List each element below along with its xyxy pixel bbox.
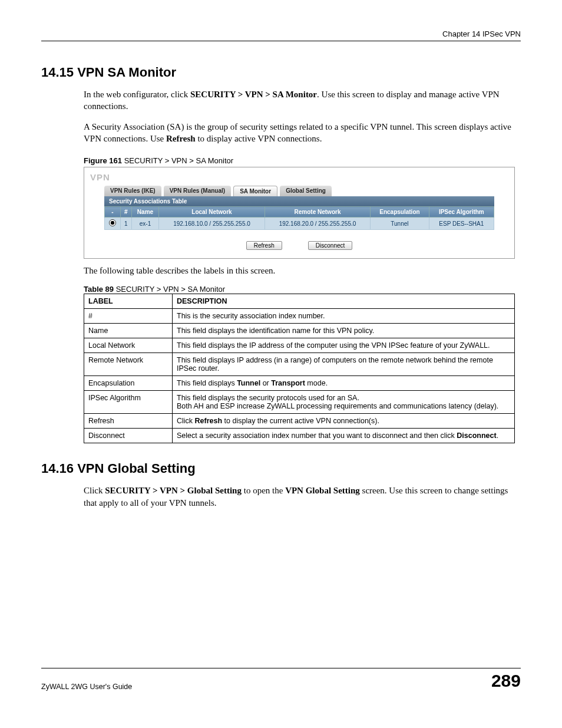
- cell-encap: Tunnel: [371, 218, 429, 230]
- breadcrumb-text: SECURITY > VPN > Global Setting: [105, 486, 242, 495]
- tab-vpn-rules-manual[interactable]: VPN Rules (Manual): [164, 186, 231, 196]
- cell-label: Refresh: [84, 414, 173, 429]
- section-heading-sa-monitor: 14.15 VPN SA Monitor: [41, 65, 521, 80]
- tab-row: VPN Rules (IKE) VPN Rules (Manual) SA Mo…: [104, 186, 511, 196]
- radio-icon: [109, 219, 116, 226]
- col-ipsec-algorithm: IPSec Algorithm: [429, 207, 494, 218]
- col-name: Name: [131, 207, 159, 218]
- cell-local: 192.168.10.0 / 255.255.255.0: [159, 218, 265, 230]
- cell-label: Name: [84, 324, 173, 338]
- table-title: SECURITY > VPN > SA Monitor: [114, 285, 225, 294]
- col-select: -: [105, 207, 121, 218]
- table-row: # This is the security association index…: [84, 309, 515, 324]
- text: to display active VPN connections.: [196, 134, 322, 143]
- col-index: #: [121, 207, 132, 218]
- panel-header: Security Associations Table: [104, 196, 494, 206]
- paragraph: Click SECURITY > VPN > Global Setting to…: [84, 485, 515, 509]
- tab-global-setting[interactable]: Global Setting: [280, 186, 332, 196]
- table-row: Disconnect Select a security association…: [84, 429, 515, 443]
- refresh-button[interactable]: Refresh: [246, 241, 282, 250]
- figure-screenshot: VPN VPN Rules (IKE) VPN Rules (Manual) S…: [84, 167, 515, 259]
- table-row: Refresh Click Refresh to display the cur…: [84, 414, 515, 429]
- text: or: [260, 379, 271, 387]
- cell-label: Disconnect: [84, 429, 173, 443]
- chapter-header: Chapter 14 IPSec VPN: [41, 29, 521, 41]
- text: mode.: [305, 379, 328, 387]
- disconnect-button[interactable]: Disconnect: [308, 241, 352, 250]
- text: Select a security association index numb…: [177, 431, 457, 440]
- table-row: 1 ex-1 192.168.10.0 / 255.255.255.0 192.…: [105, 218, 494, 230]
- cell-label: Remote Network: [84, 353, 173, 376]
- description-table: LABEL DESCRIPTION # This is the security…: [84, 294, 515, 443]
- text: This field displays: [177, 379, 237, 387]
- cell-desc: This field displays the identification n…: [173, 324, 515, 338]
- table-row: Remote Network This field displays IP ad…: [84, 353, 515, 376]
- row-radio[interactable]: [105, 218, 121, 230]
- page-number: 289: [491, 671, 521, 691]
- table-number: Table 89: [84, 285, 114, 294]
- cell-label: #: [84, 309, 173, 324]
- cell-label: IPSec Algorithm: [84, 391, 173, 414]
- bold-text: Transport: [271, 379, 305, 387]
- cell-name: ex-1: [131, 218, 159, 230]
- paragraph: In the web configurator, click SECURITY …: [84, 88, 515, 113]
- tab-sa-monitor[interactable]: SA Monitor: [233, 186, 277, 196]
- cell-remote: 192.168.20.0 / 255.255.255.0: [265, 218, 370, 230]
- cell-desc: This field displays IP address (in a ran…: [173, 353, 515, 376]
- cell-algo: ESP DES--SHA1: [429, 218, 494, 230]
- page-footer: ZyWALL 2WG User's Guide 289: [41, 668, 521, 691]
- text: .: [497, 431, 498, 440]
- bold-text: Tunnel: [237, 379, 260, 387]
- figure-title: SECURITY > VPN > SA Monitor: [122, 156, 233, 165]
- paragraph: A Security Association (SA) is the group…: [84, 121, 515, 145]
- bold-text: VPN Global Setting: [285, 486, 360, 495]
- bold-text: Refresh: [166, 134, 196, 143]
- table-header-row: LABEL DESCRIPTION: [84, 294, 515, 309]
- cell-desc: Click Refresh to display the current act…: [173, 414, 515, 429]
- bold-text: Disconnect: [457, 431, 496, 440]
- figure-caption: Figure 161 SECURITY > VPN > SA Monitor: [84, 156, 515, 165]
- header-description: DESCRIPTION: [173, 294, 515, 309]
- text: In the web configurator, click: [84, 90, 190, 99]
- cell-desc: This field displays the IP address of th…: [173, 338, 515, 353]
- col-encapsulation: Encapsulation: [371, 207, 429, 218]
- screenshot-title: VPN: [88, 171, 511, 186]
- table-row: Name This field displays the identificat…: [84, 324, 515, 338]
- cell-desc: This field displays the security protoco…: [173, 391, 515, 414]
- table-header-row: - # Name Local Network Remote Network En…: [105, 207, 494, 218]
- figure-number: Figure 161: [84, 156, 122, 165]
- header-label: LABEL: [84, 294, 173, 309]
- text: to display the current active VPN connec…: [222, 417, 379, 425]
- table-row: IPSec Algorithm This field displays the …: [84, 391, 515, 414]
- panel: Security Associations Table - # Name Loc…: [104, 196, 494, 250]
- cell-desc: This is the security association index n…: [173, 309, 515, 324]
- bold-text: Refresh: [195, 417, 223, 425]
- footer-guide-name: ZyWALL 2WG User's Guide: [41, 683, 132, 691]
- text: Click: [177, 417, 195, 425]
- section-heading-global-setting: 14.16 VPN Global Setting: [41, 461, 521, 476]
- tab-vpn-rules-ike[interactable]: VPN Rules (IKE): [104, 186, 161, 196]
- button-row: Refresh Disconnect: [104, 230, 494, 250]
- table-row: Local Network This field displays the IP…: [84, 338, 515, 353]
- text: Click: [84, 486, 105, 495]
- cell-desc: This field displays Tunnel or Transport …: [173, 376, 515, 391]
- col-local-network: Local Network: [159, 207, 265, 218]
- col-remote-network: Remote Network: [265, 207, 370, 218]
- breadcrumb-text: SECURITY > VPN > SA Monitor: [190, 90, 317, 99]
- cell-index: 1: [121, 218, 132, 230]
- cell-label: Local Network: [84, 338, 173, 353]
- text: to open the: [242, 486, 285, 495]
- table-row: Encapsulation This field displays Tunnel…: [84, 376, 515, 391]
- cell-label: Encapsulation: [84, 376, 173, 391]
- cell-desc: Select a security association index numb…: [173, 429, 515, 443]
- table-caption: Table 89 SECURITY > VPN > SA Monitor: [84, 285, 515, 294]
- paragraph: The following table describes the labels…: [84, 265, 515, 276]
- sa-table: - # Name Local Network Remote Network En…: [104, 206, 494, 230]
